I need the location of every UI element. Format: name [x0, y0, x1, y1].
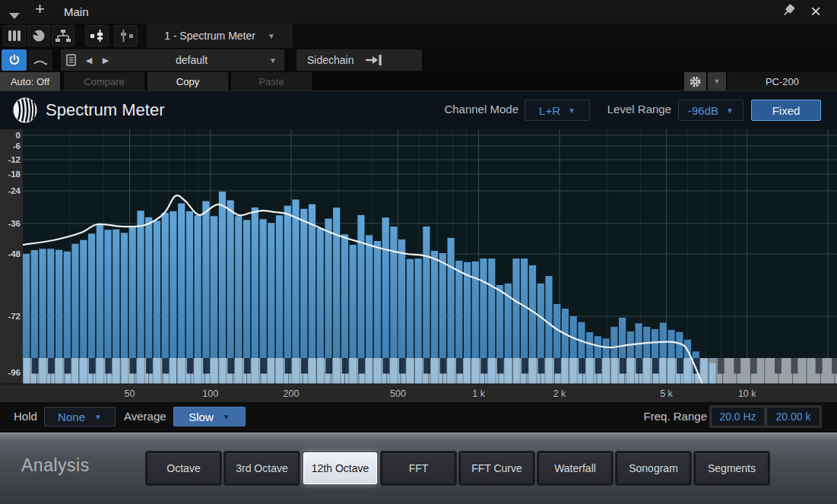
chevron-down-icon	[9, 13, 20, 19]
svg-text:-48: -48	[8, 249, 21, 258]
channel-tab-label: 1 - Spectrum Meter	[164, 30, 255, 42]
svg-text:5 k: 5 k	[660, 388, 673, 399]
preset-list-button[interactable]	[61, 49, 81, 71]
svg-text:10 k: 10 k	[738, 388, 756, 399]
svg-text:-12: -12	[8, 155, 21, 164]
analysis-panel: Analysis Octave 3rd Octave 12th Octave F…	[0, 431, 837, 504]
svg-text:-18: -18	[8, 170, 21, 179]
analysis-mode-12th-octave[interactable]: 12th Octave	[303, 452, 377, 484]
svg-text:0: 0	[16, 131, 21, 140]
gear-icon	[689, 75, 702, 88]
sidechain-label: Sidechain	[296, 54, 354, 66]
chevron-down-icon: ▼	[223, 413, 230, 421]
freq-range-min-field[interactable]: 20.0 Hz	[711, 407, 765, 426]
fixed-scale-toggle[interactable]: Fixed	[751, 100, 821, 121]
close-button[interactable]: ×	[810, 0, 821, 23]
svg-text:-36: -36	[8, 219, 21, 228]
paste-button[interactable]: Paste	[231, 72, 312, 90]
window-menu-button[interactable]	[9, 8, 20, 22]
analysis-mode-sonogram[interactable]: Sonogram	[617, 452, 690, 484]
meter-controls: Hold None ▼ Average Slow ▼ Freq. Range 2…	[0, 402, 837, 431]
svg-text:50: 50	[125, 388, 135, 399]
average-dropdown[interactable]: Slow ▼	[173, 407, 246, 426]
add-tab-button[interactable]: +	[35, 0, 45, 19]
view-toolbar: 1 - Spectrum Meter ▼	[0, 24, 837, 48]
titlebar: + Main ×	[0, 0, 837, 24]
svg-text:500: 500	[390, 388, 406, 399]
freq-range-label: Freq. Range	[631, 410, 707, 423]
previous-preset-button[interactable]: ◀	[81, 49, 97, 71]
knob-view-icon	[32, 29, 46, 43]
preset-name[interactable]: default	[114, 54, 269, 66]
compare-button[interactable]: Compare	[64, 72, 144, 90]
hardware-controller-name[interactable]: PC-200	[728, 72, 837, 90]
compact-view-button[interactable]	[114, 25, 138, 46]
automation-toolbar: Auto: Off Compare Copy Paste ▼ PC-200	[0, 72, 837, 90]
svg-text:2 k: 2 k	[553, 388, 566, 399]
preset-dropdown-button[interactable]: ▼	[269, 56, 284, 65]
analysis-mode-fft-curve[interactable]: FFT Curve	[460, 452, 534, 484]
average-value: Slow	[189, 410, 214, 423]
analysis-mode-3rd-octave[interactable]: 3rd Octave	[225, 452, 299, 484]
chevron-down-icon: ▼	[268, 32, 275, 40]
next-preset-button[interactable]: ▶	[97, 49, 114, 71]
freq-range-panel: 20.0 Hz 20.00 k	[709, 405, 822, 428]
analysis-mode-buttons: Octave 3rd Octave 12th Octave FFT FFT Cu…	[147, 452, 769, 484]
plugin-header: Spectrum Meter Channel Mode L+R ▼ Level …	[0, 90, 837, 129]
svg-text:1 k: 1 k	[472, 388, 485, 399]
preset-file-icon	[66, 54, 76, 66]
window-title: Main	[64, 5, 89, 18]
svg-text:-96: -96	[8, 368, 21, 377]
svg-text:100: 100	[202, 388, 218, 399]
plugin-title: Spectrum Meter	[46, 91, 165, 129]
auto-mode-button[interactable]: Auto: Off	[0, 72, 60, 90]
channel-selector-tab[interactable]: 1 - Spectrum Meter ▼	[147, 24, 293, 48]
svg-text:200: 200	[284, 388, 300, 399]
analysis-mode-segments[interactable]: Segments	[695, 452, 769, 484]
routing-view-icon	[55, 29, 71, 43]
routing-view-button[interactable]	[52, 25, 75, 46]
rack-view-icon	[7, 29, 22, 43]
expanded-view-icon	[89, 28, 106, 43]
presonus-logo-icon	[12, 97, 38, 123]
hardware-dropdown-button[interactable]: ▼	[708, 72, 726, 90]
pin-button[interactable]	[782, 4, 797, 19]
analysis-mode-octave[interactable]: Octave	[147, 452, 220, 484]
power-icon	[8, 54, 21, 66]
average-label: Average	[124, 410, 166, 423]
sidechain-input-icon	[365, 54, 383, 66]
channel-mode-value: L+R	[539, 104, 560, 117]
settings-button[interactable]	[684, 72, 706, 90]
analysis-label: Analysis	[21, 455, 90, 476]
expanded-view-button[interactable]	[85, 25, 109, 46]
level-range-label: Level Range	[601, 103, 671, 116]
analysis-mode-waterfall[interactable]: Waterfall	[538, 452, 612, 484]
keyboard-overlay	[23, 358, 837, 384]
copy-button[interactable]: Copy	[147, 72, 228, 90]
spectrum-analyzer: 0-6-12-18-24-36-48-72-96501002005001 k2 …	[0, 129, 837, 402]
sidechain-button[interactable]: Sidechain	[296, 49, 422, 71]
level-range-dropdown[interactable]: -96dB ▼	[678, 100, 743, 121]
hold-label: Hold	[14, 410, 37, 423]
spectrum-display-area: 0-6-12-18-24-36-48-72-96501002005001 k2 …	[0, 129, 837, 402]
hold-value: None	[58, 410, 85, 423]
compact-view-icon	[118, 28, 135, 43]
level-range-value: -96dB	[688, 104, 718, 117]
rack-view-button[interactable]	[3, 25, 26, 46]
hold-dropdown[interactable]: None ▼	[44, 407, 116, 426]
knob-view-button[interactable]	[27, 25, 50, 46]
chevron-down-icon: ▼	[726, 106, 734, 115]
pin-icon	[782, 4, 797, 19]
plugin-power-button[interactable]	[2, 49, 27, 71]
analysis-mode-fft[interactable]: FFT	[382, 452, 455, 484]
spectrum-meter-window: + Main ×	[0, 0, 837, 504]
mix-curve-icon	[33, 55, 48, 65]
chevron-down-icon: ▼	[568, 106, 575, 115]
chevron-down-icon: ▼	[94, 413, 102, 421]
mix-bypass-button[interactable]	[28, 49, 52, 71]
svg-text:-6: -6	[13, 141, 21, 151]
svg-text:-72: -72	[8, 312, 21, 321]
channel-mode-label: Channel Mode	[426, 103, 518, 116]
freq-range-max-field[interactable]: 20.00 k	[766, 407, 820, 426]
channel-mode-dropdown[interactable]: L+R ▼	[525, 100, 590, 121]
